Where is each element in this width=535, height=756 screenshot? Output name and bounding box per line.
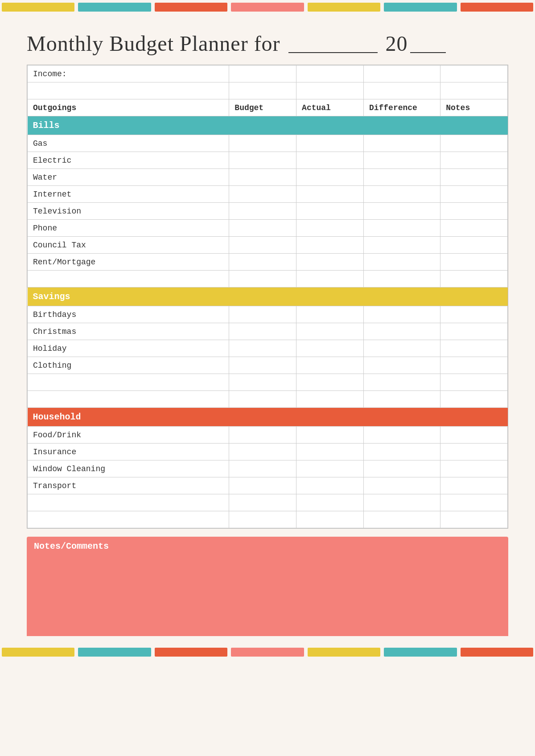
empty-row-2 [28, 271, 508, 288]
insurance-label: Insurance [28, 444, 229, 460]
deco-seg-4 [231, 3, 304, 12]
household-section-header: Household [28, 408, 508, 427]
deco-seg-b2 [78, 648, 151, 657]
title-main: Monthly Budget Planner for [27, 32, 280, 55]
table-row: Food/Drink [28, 427, 508, 444]
empty-row-3 [28, 374, 508, 391]
table-row: Holiday [28, 340, 508, 357]
notes-header: Notes/Comments [27, 537, 508, 556]
holiday-label: Holiday [28, 340, 229, 357]
table-row: Internet [28, 186, 508, 203]
bills-section-header: Bills [28, 116, 508, 135]
table-row: Window Cleaning [28, 460, 508, 477]
food-drink-label: Food/Drink [28, 427, 229, 444]
deco-seg-2 [78, 3, 151, 12]
deco-seg-b6 [384, 648, 457, 657]
deco-seg-b4 [231, 648, 304, 657]
income-budget [229, 66, 296, 82]
deco-seg-b1 [2, 648, 74, 657]
empty-row-5 [28, 494, 508, 511]
gas-label: Gas [28, 135, 229, 152]
income-notes [440, 66, 508, 82]
actual-col-header: Actual [296, 99, 364, 116]
title-text: Monthly Budget Planner for 20 [27, 32, 448, 55]
title-name-line [288, 28, 378, 53]
deco-seg-7 [461, 3, 533, 12]
empty-row-6 [28, 511, 508, 528]
diff-col-header: Difference [363, 99, 440, 116]
savings-section-header: Savings [28, 288, 508, 306]
household-label: Household [28, 408, 508, 427]
transport-label: Transport [28, 477, 229, 494]
outgoings-label: Outgoings [28, 99, 229, 116]
deco-seg-3 [155, 3, 227, 12]
table-row: Gas [28, 135, 508, 152]
bottom-deco-bar [0, 645, 535, 659]
table-row: Insurance [28, 444, 508, 460]
council-tax-label: Council Tax [28, 237, 229, 254]
title-area: Monthly Budget Planner for 20 [0, 14, 535, 65]
deco-seg-6 [384, 3, 457, 12]
title-year-line [410, 28, 446, 53]
budget-table: Income: Outgoings Budget Actual Differen… [27, 65, 508, 528]
income-label: Income: [28, 66, 229, 82]
table-row: Rent/Mortgage [28, 254, 508, 271]
television-label: Television [28, 203, 229, 220]
electric-label: Electric [28, 152, 229, 169]
planner-container: Income: Outgoings Budget Actual Differen… [27, 65, 508, 529]
table-row: Transport [28, 477, 508, 494]
table-row: Clothing [28, 357, 508, 374]
top-deco-bar [0, 0, 535, 14]
savings-label: Savings [28, 288, 508, 306]
income-diff [363, 66, 440, 82]
table-row: Christmas [28, 323, 508, 340]
table-row: Water [28, 169, 508, 186]
budget-col-header: Budget [229, 99, 296, 116]
deco-seg-b3 [155, 648, 227, 657]
birthdays-label: Birthdays [28, 306, 229, 323]
outgoings-header-row: Outgoings Budget Actual Difference Notes [28, 99, 508, 116]
table-row: Television [28, 203, 508, 220]
table-row: Birthdays [28, 306, 508, 323]
deco-seg-1 [2, 3, 74, 12]
deco-seg-b7 [461, 648, 533, 657]
table-row: Council Tax [28, 237, 508, 254]
christmas-label: Christmas [28, 323, 229, 340]
empty-row-4 [28, 391, 508, 408]
notes-col-header: Notes [440, 99, 508, 116]
empty-row-1 [28, 82, 508, 99]
phone-label: Phone [28, 220, 229, 237]
bills-label: Bills [28, 116, 508, 135]
window-cleaning-label: Window Cleaning [28, 460, 229, 477]
rent-mortgage-label: Rent/Mortgage [28, 254, 229, 271]
income-row: Income: [28, 66, 508, 82]
notes-section: Notes/Comments [27, 537, 508, 636]
notes-body[interactable] [27, 556, 508, 636]
deco-seg-5 [308, 3, 380, 12]
water-label: Water [28, 169, 229, 186]
title-year-prefix: 20 [386, 32, 408, 55]
internet-label: Internet [28, 186, 229, 203]
income-actual [296, 66, 364, 82]
table-row: Phone [28, 220, 508, 237]
table-row: Electric [28, 152, 508, 169]
clothing-label: Clothing [28, 357, 229, 374]
deco-seg-b5 [308, 648, 380, 657]
